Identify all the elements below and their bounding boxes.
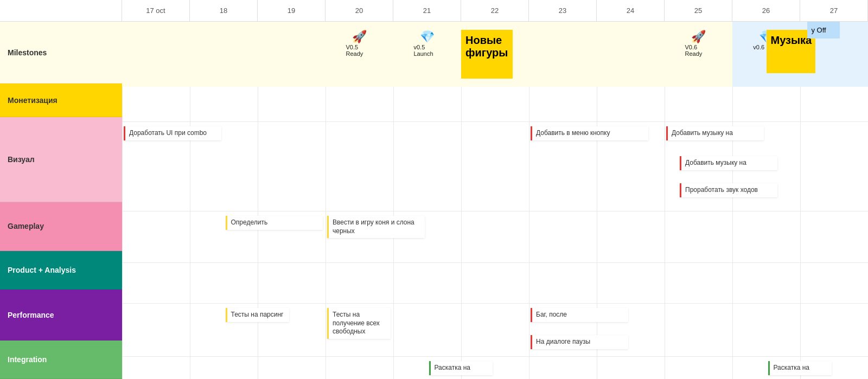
content-area: MilestonesМонетизацияВизуалGameplayProdu… bbox=[0, 22, 868, 379]
task-card[interactable]: Добавить в меню кнопку bbox=[531, 126, 648, 140]
milestone-icon-1: 💎v0.5 Launch bbox=[414, 30, 441, 57]
grid-row-monetization bbox=[122, 87, 868, 122]
row-label-gameplay: Gameplay bbox=[0, 202, 122, 251]
date-header-2: 19 bbox=[258, 0, 326, 21]
grid-row-product bbox=[122, 263, 868, 304]
date-header-8: 25 bbox=[665, 0, 732, 21]
row-label-milestones: Milestones bbox=[0, 22, 122, 83]
header-row: 17 oct18192021222324252627 bbox=[0, 0, 868, 22]
date-header-9: 26 bbox=[732, 0, 800, 21]
task-card[interactable]: Определить bbox=[226, 216, 323, 230]
row-labels: MilestonesМонетизацияВизуалGameplayProdu… bbox=[0, 22, 122, 379]
sticky-note-0: Новые фигуры bbox=[461, 30, 513, 79]
task-card[interactable]: На диалоге паузы bbox=[531, 335, 628, 349]
row-label-product: Product + Analysis bbox=[0, 251, 122, 290]
task-card[interactable]: Ввести в игру коня и слона черных bbox=[327, 216, 425, 238]
task-card[interactable]: Доработать UI при combo bbox=[124, 126, 221, 140]
row-label-monetization: Монетизация bbox=[0, 83, 122, 117]
grid-area: 🚀V0.5 Ready💎v0.5 Launch🚀V0.6 Ready💎v0.6 … bbox=[122, 22, 868, 379]
task-card[interactable]: Тесты на парсинг bbox=[226, 308, 289, 322]
task-card[interactable]: Баг, после bbox=[531, 308, 628, 322]
date-header-1: 18 bbox=[190, 0, 258, 21]
row-label-performance: Performance bbox=[0, 290, 122, 340]
grid-row-integration bbox=[122, 357, 868, 379]
task-card[interactable]: Тесты на получение всех свободных bbox=[327, 308, 391, 339]
dates-header: 17 oct18192021222324252627 bbox=[122, 0, 868, 21]
date-header-3: 20 bbox=[326, 0, 393, 21]
task-card[interactable]: Добавить музыку на bbox=[680, 156, 777, 170]
task-card[interactable]: Раскатка на bbox=[768, 361, 832, 375]
date-header-7: 24 bbox=[597, 0, 665, 21]
date-header-4: 21 bbox=[393, 0, 461, 21]
task-card[interactable]: Добавить музыку на bbox=[666, 126, 764, 140]
row-label-integration: Integration bbox=[0, 341, 122, 379]
date-header-0: 17 oct bbox=[122, 0, 190, 21]
sticky-note-2: y Off bbox=[807, 22, 840, 38]
row-label-header bbox=[0, 0, 122, 21]
date-header-6: 23 bbox=[529, 0, 597, 21]
gantt-container: 17 oct18192021222324252627 MilestonesМон… bbox=[0, 0, 868, 379]
date-header-5: 22 bbox=[461, 0, 529, 21]
task-card[interactable]: Проработать звук ходов bbox=[680, 183, 777, 197]
date-header-10: 27 bbox=[800, 0, 868, 21]
milestone-icon-2: 🚀V0.6 Ready bbox=[685, 30, 712, 57]
milestone-icon-0: 🚀V0.5 Ready bbox=[346, 30, 373, 57]
row-label-visual: Визуал bbox=[0, 117, 122, 202]
task-card[interactable]: Раскатка на bbox=[429, 361, 493, 375]
